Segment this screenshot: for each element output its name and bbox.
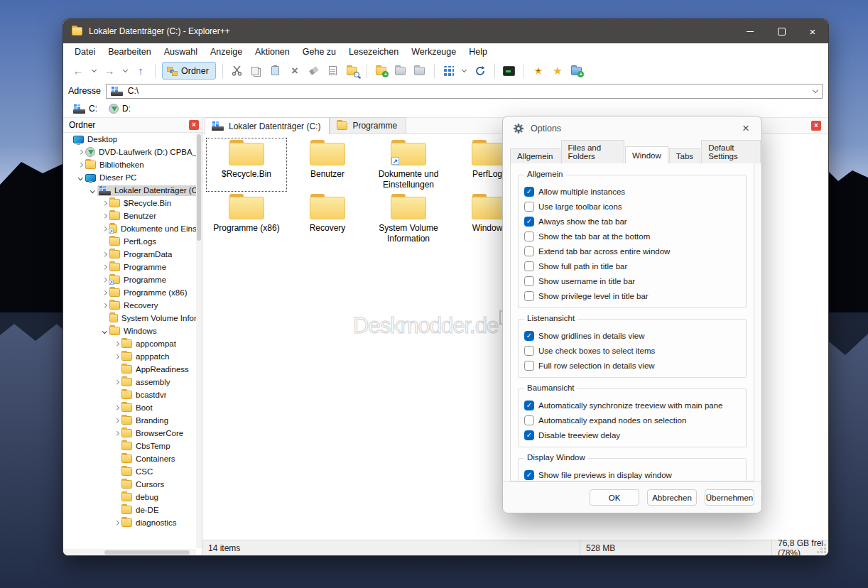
tree-item-assembly[interactable]: assembly (63, 376, 196, 388)
back-icon[interactable]: ← (70, 62, 86, 80)
dialog-tab-window[interactable]: Window (625, 146, 668, 163)
ok-button[interactable]: OK (590, 489, 639, 506)
tree-item-cbstemp[interactable]: CbsTemp (63, 440, 196, 452)
forward-dropdown-icon[interactable] (121, 62, 129, 80)
menu-item-anzeige[interactable]: Anzeige (204, 45, 249, 59)
expand-icon[interactable] (99, 266, 109, 269)
expand-icon[interactable] (75, 151, 85, 154)
dialog-tab-default-settings[interactable]: Default Settings (701, 140, 761, 163)
folder-pane-close-icon[interactable]: × (189, 120, 199, 130)
expand-icon[interactable] (112, 419, 121, 423)
close-button[interactable]: × (797, 19, 828, 43)
copy-icon[interactable] (249, 62, 264, 80)
tree-item-browsercore[interactable]: BrowserCore (63, 427, 196, 440)
checkbox[interactable]: ✓ (524, 187, 534, 197)
menu-item-lesezeichen[interactable]: Lesezeichen (342, 45, 405, 59)
tree-item-containers[interactable]: Containers (63, 452, 196, 465)
tree-item-programme-x86[interactable]: Programme (x86) (63, 286, 196, 299)
drive-button-d[interactable]: D: (104, 102, 135, 115)
tree-item-appreadiness[interactable]: AppReadiness (63, 363, 196, 376)
tree-item-windows[interactable]: Windows (63, 325, 196, 337)
checkbox[interactable] (524, 346, 534, 356)
tree-item-de-de[interactable]: de-DE (63, 503, 196, 516)
file-item-programme-x86[interactable]: Programme (x86) (206, 192, 287, 246)
new-tab-icon[interactable]: + (569, 62, 585, 80)
add-bookmark-icon[interactable]: ★+ (531, 62, 546, 80)
expand-icon[interactable] (99, 253, 109, 256)
expand-icon[interactable] (112, 432, 121, 435)
checkbox[interactable]: ✓ (524, 430, 534, 440)
tree-item-apppatch[interactable]: apppatch (63, 350, 196, 363)
command-prompt-icon[interactable] (501, 62, 517, 80)
menu-item-werkzeuge[interactable]: Werkzeuge (405, 45, 462, 59)
expand-icon[interactable] (99, 304, 109, 307)
tree-item-lokaler-datentr-ger-c[interactable]: Lokaler Datenträger (C:) (63, 184, 196, 197)
tree-item-dieser-pc[interactable]: Dieser PC (63, 171, 196, 184)
tree-item-dvd-laufwerk-d-cpba-x[interactable]: DVD-Laufwerk (D:) CPBA_X (63, 146, 196, 158)
tab-programme[interactable]: Programme (330, 117, 406, 134)
properties-icon[interactable] (325, 62, 341, 80)
address-input[interactable]: C:\ (106, 84, 823, 99)
checkbox[interactable]: ✓ (524, 331, 534, 341)
tree-item-system-volume-information[interactable]: System Volume Information (63, 312, 196, 325)
dialog-close-icon[interactable]: × (739, 121, 753, 136)
tree-item-csc[interactable]: CSC (63, 465, 196, 478)
checkbox[interactable]: ✓ (524, 470, 534, 480)
checkbox[interactable] (524, 246, 534, 256)
checkbox[interactable]: ✓ (524, 217, 534, 227)
address-dropdown-icon[interactable] (813, 87, 818, 92)
collapse-icon[interactable] (99, 330, 109, 333)
minimize-button[interactable] (734, 19, 766, 43)
expand-icon[interactable] (112, 406, 121, 410)
menu-item-help[interactable]: Help (462, 45, 494, 59)
expand-icon[interactable] (112, 355, 121, 359)
dialog-tab-allgemein[interactable]: Allgemein (510, 148, 560, 163)
expand-icon[interactable] (99, 278, 109, 282)
tree-item-programme[interactable]: Programme (63, 261, 196, 273)
tree-item-appcompat[interactable]: appcompat (63, 337, 196, 350)
cut-icon[interactable] (229, 62, 245, 80)
pane-close-icon[interactable]: × (811, 121, 821, 131)
tree-item-benutzer[interactable]: Benutzer (63, 209, 196, 222)
tree-item-programme[interactable]: ↗Programme (63, 273, 196, 286)
checkbox[interactable] (524, 232, 534, 241)
expand-icon[interactable] (112, 342, 121, 346)
checkbox[interactable] (524, 361, 534, 371)
checkbox[interactable] (524, 291, 534, 301)
file-item-system-volume-information[interactable]: System Volume Information (368, 192, 449, 246)
tree-item-recycle-bin[interactable]: $Recycle.Bin (63, 197, 196, 209)
checkbox[interactable]: ✓ (524, 401, 534, 410)
tree-item-programdata[interactable]: ProgramData (63, 248, 196, 261)
bookmarks-icon[interactable]: ★ (550, 62, 565, 80)
file-item-dokumente-und-einstellungen[interactable]: ↗Dokumente und Einstellungen (368, 138, 449, 192)
new-folder-icon[interactable]: + (374, 62, 389, 80)
tree-item-desktop[interactable]: Desktop (63, 133, 196, 146)
menu-item-bearbeiten[interactable]: Bearbeiten (102, 45, 157, 59)
collapse-icon[interactable] (75, 176, 85, 180)
delete-icon[interactable]: × (287, 62, 303, 80)
copy-to-folder-icon[interactable] (393, 62, 408, 80)
views-dropdown-icon[interactable] (460, 62, 469, 80)
resize-grip[interactable] (824, 551, 826, 553)
tree-item-bcastdvr[interactable]: bcastdvr (63, 388, 196, 401)
maximize-button[interactable] (766, 19, 797, 43)
expand-icon[interactable] (99, 202, 109, 205)
expand-icon[interactable] (112, 381, 121, 384)
menu-item-aktionen[interactable]: Aktionen (249, 45, 296, 59)
tree-item-recovery[interactable]: Recovery (63, 299, 196, 312)
tab-lokaler-datentr-ger-c[interactable]: Lokaler Datenträger (C:) (205, 117, 330, 134)
drive-button-c[interactable]: C: (69, 102, 102, 115)
expand-icon[interactable] (99, 227, 109, 231)
folders-toggle-button[interactable]: Ordner (162, 62, 216, 80)
file-item-recovery[interactable]: Recovery (287, 192, 368, 246)
dialog-tab-files-and-folders[interactable]: Files and Folders (561, 140, 624, 163)
up-icon[interactable]: ↑ (133, 62, 148, 80)
views-icon[interactable] (441, 62, 457, 80)
checkbox[interactable] (524, 261, 534, 271)
expand-icon[interactable] (75, 163, 85, 167)
refresh-icon[interactable] (472, 62, 488, 80)
checkbox[interactable] (524, 202, 534, 212)
tree-item-bibliotheken[interactable]: Bibliotheken (63, 158, 196, 171)
tree-item-boot[interactable]: Boot (63, 401, 196, 414)
expand-icon[interactable] (112, 521, 121, 525)
